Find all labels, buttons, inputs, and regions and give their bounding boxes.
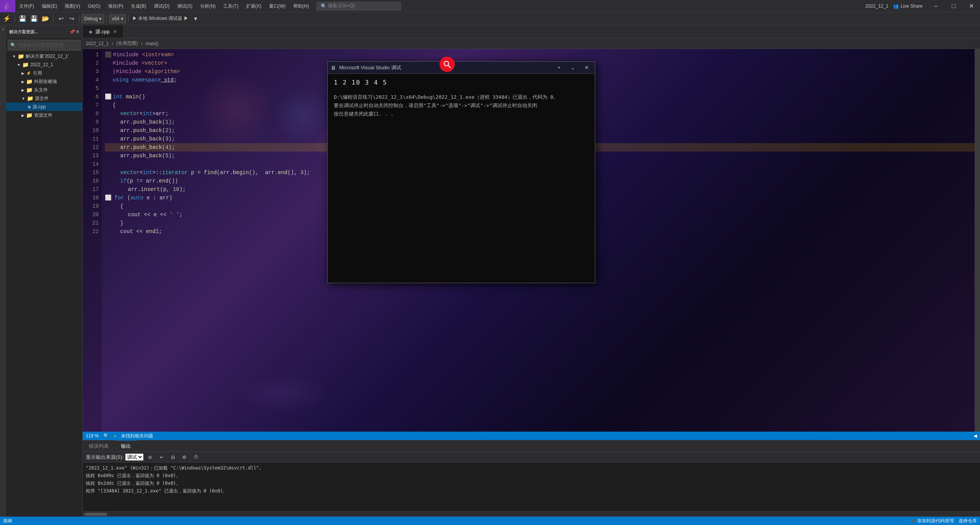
undo-button[interactable]: ↩ xyxy=(56,14,66,24)
select-repo-button[interactable]: 选择仓库 xyxy=(959,518,977,524)
output-filter-button[interactable]: ⊟ xyxy=(168,452,178,462)
menu-project[interactable]: 项目(P) xyxy=(104,0,127,12)
tab-label: 源.cpp xyxy=(95,28,110,35)
folder-icon: 📁 xyxy=(26,112,33,118)
menu-test[interactable]: 测试(S) xyxy=(173,0,196,12)
status-bar: 就绪 ➕ 添加到源代码管理 选择仓库 xyxy=(0,517,980,525)
nav-scope: (全局范围) xyxy=(116,40,138,47)
sidebar-item-resources[interactable]: ▶ 📁 资源文件 xyxy=(6,111,82,119)
arrow-icon: ▼ xyxy=(12,54,16,59)
sidebar-close-button[interactable]: ✕ xyxy=(76,29,79,34)
console-dropdown-button[interactable]: ⌄ xyxy=(567,62,578,73)
tab-error-list[interactable]: 错误列表 xyxy=(83,440,115,452)
run-dropdown-button[interactable]: ▾ xyxy=(191,14,201,24)
horizontal-scrollbar[interactable] xyxy=(83,511,980,517)
sidebar-pin-button[interactable]: 📌 xyxy=(70,29,75,34)
folder-icon: 📁 xyxy=(18,53,24,59)
output-clock-button[interactable]: ⏱ xyxy=(191,452,201,462)
console-info-block: D:\编程语言练习\2022_12_1\x64\Debug\2022_12_1.… xyxy=(334,93,589,118)
folder-icon: 📁 xyxy=(22,62,29,68)
output-toolbar: 显示输出来源(S): 调试 ⊘ ↵ ⊟ ⚙ ⏱ xyxy=(83,452,980,463)
arrow-icon: ▶ xyxy=(21,88,24,92)
zoom-icon: 🔍 xyxy=(103,433,109,439)
live-share-button[interactable]: 👥 Live Share xyxy=(889,0,927,12)
platform-dropdown[interactable]: x64 ▾ xyxy=(109,14,126,23)
line-numbers: 12345 678910 1112131415 1617181920 2122 xyxy=(83,49,102,432)
menu-build[interactable]: 生成(B) xyxy=(127,0,150,12)
arrow-icon: ▼ xyxy=(17,63,21,67)
live-share-icon: 👥 xyxy=(893,3,899,9)
menu-file[interactable]: 文件(F) xyxy=(15,0,38,12)
save-all-button[interactable]: 💾 xyxy=(29,14,39,24)
search-overlay-button[interactable] xyxy=(439,57,455,72)
output-line-2: 线程 0x609c 已退出，返回值为 0 (0x0)。 xyxy=(86,472,977,479)
redo-button[interactable]: ↪ xyxy=(67,14,77,24)
menu-help[interactable]: 帮助(H) xyxy=(289,0,313,12)
editor-tab-source-cpp[interactable]: ◆ 源.cpp ✕ xyxy=(83,25,124,38)
sidebar-item-label: 头文件 xyxy=(34,87,48,93)
nav-bar: 2022_12_1 › (全局范围) › main() xyxy=(83,38,980,49)
run-button[interactable]: ▶ 本地 Windows 调试器 ▶ xyxy=(131,14,190,24)
menu-edit[interactable]: 编辑(E) xyxy=(38,0,61,12)
vs-logo xyxy=(0,0,15,12)
folder-icon: 📁 xyxy=(26,78,33,85)
sidebar-item-label: 解决方案'2022_12_1' xyxy=(26,53,69,60)
global-search-box[interactable]: 🔍 搜索 (Ctrl+Q) xyxy=(317,2,401,10)
minimize-button[interactable]: – xyxy=(927,0,945,12)
output-source-select[interactable]: 调试 xyxy=(125,453,144,461)
console-new-tab-button[interactable]: + xyxy=(554,62,564,73)
activity-bar-item[interactable]: ≡ xyxy=(0,27,6,32)
sidebar-item-solution[interactable]: ▼ 📁 解决方案'2022_12_1' xyxy=(6,52,82,60)
tb-sep-4 xyxy=(106,15,107,23)
debug-config-dropdown[interactable]: Debug ▾ xyxy=(82,14,104,23)
add-to-source-control[interactable]: ➕ 添加到源代码管理 xyxy=(910,518,954,524)
sidebar-item-label: 2022_12_1 xyxy=(30,62,53,67)
tab-close-icon[interactable]: ✕ xyxy=(113,29,117,34)
solution-explorer: 解决方案资源... 📌 ✕ 🔍 搜索解决方案资源管理 ▼ 📁 解决方案'2022… xyxy=(6,25,83,517)
save-button[interactable]: 💾 xyxy=(17,14,28,24)
menu-analyze[interactable]: 分析(N) xyxy=(196,0,220,12)
menu-window[interactable]: 窗口(W) xyxy=(265,0,289,12)
nav-function: main() xyxy=(145,41,158,46)
tab-file-icon: ◆ xyxy=(89,29,92,34)
vertical-scrollbar[interactable] xyxy=(975,49,980,432)
console-info-3: 按任意键关闭此窗口. . . xyxy=(334,110,589,118)
tab-bar: ◆ 源.cpp ✕ xyxy=(83,25,980,38)
console-close-button[interactable]: ✕ xyxy=(581,62,592,73)
word-wrap-button[interactable]: ↵ xyxy=(157,452,167,462)
arrow-icon: ▶ xyxy=(21,113,24,117)
output-tab-bar: 错误列表 输出 xyxy=(83,440,980,452)
open-file-button[interactable]: 📂 xyxy=(40,14,51,24)
sidebar-item-label: 外部依赖项 xyxy=(34,78,57,85)
new-file-button[interactable]: ⚡ xyxy=(2,14,12,24)
sidebar-item-sources[interactable]: ▼ 📁 源文件 xyxy=(6,94,82,103)
console-result-line: 1 2 10 3 4 5 xyxy=(334,78,589,87)
tab-output[interactable]: 输出 xyxy=(115,440,137,452)
folder-icon: 📁 xyxy=(26,87,33,93)
menu-tools[interactable]: 工具(T) xyxy=(219,0,242,12)
console-info-1: D:\编程语言练习\2022_12_1\x64\Debug\2022_12_1.… xyxy=(334,93,589,101)
maximize-button[interactable]: □ xyxy=(945,0,962,12)
sidebar-item-external-deps[interactable]: ▶ 📁 外部依赖项 xyxy=(6,77,82,86)
menu-debug[interactable]: 调试(D) xyxy=(150,0,173,12)
output-source-label: 显示输出来源(S): xyxy=(86,454,124,461)
menu-git[interactable]: Git(G) xyxy=(84,0,104,12)
sidebar-item-project[interactable]: ▼ 📁 2022_12_1 xyxy=(6,60,82,69)
sidebar-item-source-cpp[interactable]: ◆ 源.cpp xyxy=(6,103,82,111)
output-line-1: "2022_12_1.exe" (Win32)：已加载 "C:\Windows\… xyxy=(86,464,977,472)
window-controls: – □ ✕ xyxy=(927,0,980,12)
sidebar-item-headers[interactable]: ▶ 📁 头文件 xyxy=(6,86,82,94)
console-info-2: 要在调试停止时自动关闭控制台，请启用"工具"->"选项"->"调试"->"调试停… xyxy=(334,101,589,110)
menu-extensions[interactable]: 扩展(X) xyxy=(242,0,265,12)
clear-output-button[interactable]: ⊘ xyxy=(145,452,155,462)
folder-icon: 📁 xyxy=(27,95,33,101)
close-button[interactable]: ✕ xyxy=(962,0,980,12)
sidebar-search[interactable]: 🔍 搜索解决方案资源管理 xyxy=(8,40,81,51)
menu-view[interactable]: 视图(V) xyxy=(61,0,84,12)
output-settings-button[interactable]: ⚙ xyxy=(180,452,189,462)
status-right: ➕ 添加到源代码管理 选择仓库 xyxy=(910,518,977,524)
zoom-level: 119 % xyxy=(86,433,99,439)
sidebar-item-references[interactable]: ▶ ⚡ 引用 xyxy=(6,69,82,77)
console-content: 1 2 10 3 4 5 D:\编程语言练习\2022_12_1\x64\Deb… xyxy=(328,74,595,283)
scroll-indicator: ◀ xyxy=(973,433,977,439)
